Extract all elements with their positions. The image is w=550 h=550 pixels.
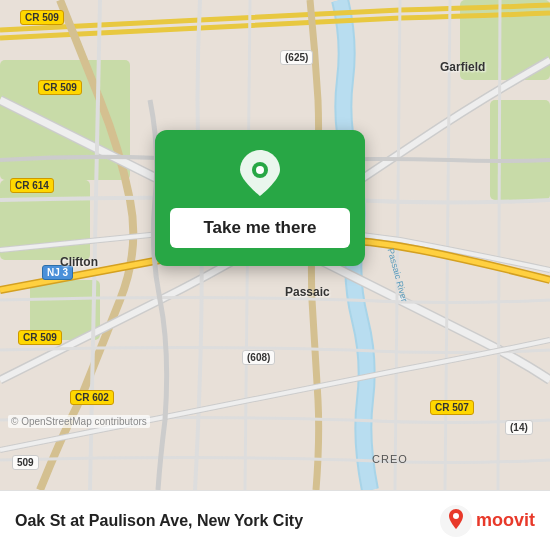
osm-attribution: © OpenStreetMap contributors: [8, 415, 150, 428]
num509-label: 509: [12, 455, 39, 470]
svg-point-7: [256, 166, 264, 174]
moovit-text: moovit: [476, 510, 535, 531]
location-name: Oak St at Paulison Ave, New York City: [15, 512, 303, 530]
svg-point-9: [453, 513, 459, 519]
cr602-label: CR 602: [70, 390, 114, 405]
map-container: CR 509 CR 509 CR 614 NJ 3 CR 509 CR 602 …: [0, 0, 550, 490]
button-card: Take me there: [155, 130, 365, 266]
cr507-label: CR 507: [430, 400, 474, 415]
num625-label: (625): [280, 50, 313, 65]
bottom-bar: Oak St at Paulison Ave, New York City mo…: [0, 490, 550, 550]
cr509-label-mid: CR 509: [38, 80, 82, 95]
creo-label: CREO: [372, 453, 408, 465]
take-me-there-button[interactable]: Take me there: [170, 208, 350, 248]
num14-label: (14): [505, 420, 533, 435]
location-info: Oak St at Paulison Ave, New York City: [15, 512, 303, 530]
num608-label: (608): [242, 350, 275, 365]
moovit-icon-svg: [440, 505, 472, 537]
moovit-logo: moovit: [440, 505, 535, 537]
garfield-label: Garfield: [440, 60, 485, 74]
location-pin-icon: [240, 150, 280, 200]
cr509-label-top: CR 509: [20, 10, 64, 25]
clifton-label: Clifton: [60, 255, 98, 269]
passaic-label: Passaic: [285, 285, 330, 299]
cr614-label: CR 614: [10, 178, 54, 193]
cr509-bot-label: CR 509: [18, 330, 62, 345]
